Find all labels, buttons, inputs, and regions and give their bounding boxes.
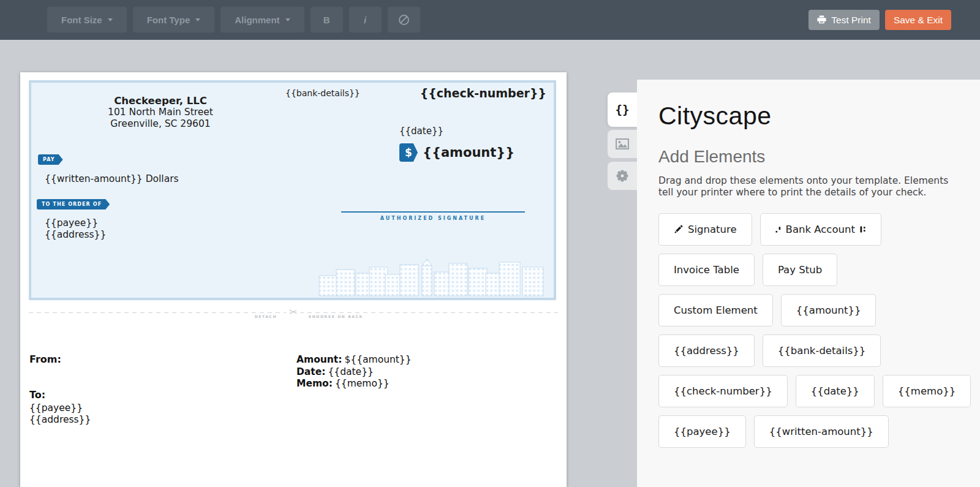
template-title: Cityscape: [658, 102, 980, 130]
element-address[interactable]: {{address}}: [658, 334, 755, 367]
element-label: Signature: [688, 224, 737, 235]
element-invoice-table[interactable]: Invoice Table: [658, 254, 755, 286]
element-label: {{address}}: [674, 345, 739, 357]
format-controls: Font Size Font Type Alignment B i: [47, 7, 420, 32]
written-amount-placeholder[interactable]: {{written-amount}} Dollars: [45, 173, 179, 184]
elements-row: {{address}} {{bank-details}}: [658, 334, 980, 367]
toolbar: Font Size Font Type Alignment B i: [0, 0, 980, 40]
font-size-dropdown[interactable]: Font Size: [47, 7, 127, 32]
printer-icon: [817, 15, 826, 25]
stub-to-label[interactable]: To:: [29, 389, 45, 401]
element-label: {{date}}: [811, 385, 859, 397]
tab-images[interactable]: [608, 130, 637, 158]
bank-details-placeholder[interactable]: {{bank-details}}: [285, 88, 360, 98]
font-size-label: Font Size: [61, 15, 102, 25]
company-name: Checkeeper, LLC: [78, 95, 243, 107]
elements-grid: Signature Bank Account: [658, 213, 980, 448]
element-bank-account[interactable]: Bank Account: [760, 213, 881, 246]
address-placeholder[interactable]: {{address}}: [45, 229, 106, 240]
toolbar-actions: Test Print Save & Exit: [809, 10, 951, 30]
endorse-label: ENDORSE ON BACK: [309, 314, 363, 319]
chevron-down-icon: [285, 18, 290, 21]
element-written-amount[interactable]: {{written-amount}}: [754, 415, 889, 448]
stub-payee-placeholder[interactable]: {{payee}}: [29, 402, 83, 413]
element-label: Bank Account: [786, 224, 855, 235]
italic-icon: i: [364, 15, 366, 25]
braces-icon: {}: [616, 103, 630, 116]
element-bank-details[interactable]: {{bank-details}}: [763, 334, 881, 367]
element-pay-stub[interactable]: Pay Stub: [763, 254, 837, 286]
micr-transit-icon: [775, 225, 781, 233]
element-label: {{memo}}: [898, 385, 956, 397]
check-template: {{bank-details}} {{check-number}} Checke…: [29, 80, 556, 300]
element-label: {{payee}}: [674, 426, 731, 437]
save-exit-label: Save & Exit: [894, 15, 943, 26]
scissors-icon: ✂: [286, 306, 300, 318]
micr-onus-icon: [860, 225, 866, 233]
tab-elements[interactable]: {}: [608, 92, 637, 127]
element-label: {{amount}}: [796, 304, 861, 316]
stub-date-line: Date:{{date}}: [296, 366, 412, 379]
editor-canvas: {{bank-details}} {{check-number}} Checke…: [0, 40, 980, 487]
save-exit-button[interactable]: Save & Exit: [885, 10, 951, 30]
company-city: Greenville, SC 29601: [78, 118, 243, 130]
font-type-dropdown[interactable]: Font Type: [133, 7, 215, 32]
stub-amount-label: Amount:: [296, 354, 342, 365]
check-number-placeholder[interactable]: {{check-number}}: [420, 86, 546, 100]
test-print-button[interactable]: Test Print: [809, 10, 880, 30]
element-label: {{bank-details}}: [778, 345, 866, 357]
element-check-number[interactable]: {{check-number}}: [658, 375, 788, 407]
element-memo[interactable]: {{memo}}: [883, 375, 971, 407]
panel-description: Drag and drop these elements onto your t…: [658, 175, 949, 198]
tab-settings[interactable]: [608, 162, 637, 190]
italic-button[interactable]: i: [349, 7, 382, 32]
elements-row: {{check-number}} {{date}} {{memo}}: [658, 375, 980, 407]
stub-details-block[interactable]: Amount:${{amount}} Date:{{date}} Memo:{{…: [296, 354, 412, 390]
elements-row: Invoice Table Pay Stub: [658, 254, 980, 286]
stub-address-placeholder[interactable]: {{address}}: [29, 414, 91, 425]
test-print-label: Test Print: [831, 15, 871, 26]
element-custom[interactable]: Custom Element: [658, 294, 773, 327]
amount-row[interactable]: $ {{amount}}: [399, 143, 514, 162]
stub-amount-value: ${{amount}}: [344, 354, 411, 365]
bold-icon: B: [323, 15, 330, 25]
signature-line: [341, 211, 525, 213]
ban-icon: [399, 15, 409, 25]
order-of-badge: TO THE ORDER OF: [37, 199, 110, 210]
elements-row: Custom Element {{amount}}: [658, 294, 980, 327]
element-label: {{written-amount}}: [769, 426, 873, 437]
add-elements-panel: Cityscape Add Elements Drag and drop the…: [637, 80, 980, 487]
font-type-label: Font Type: [147, 15, 190, 25]
cityscape-graphic: [318, 259, 548, 296]
elements-row: {{payee}} {{written-amount}}: [658, 415, 980, 448]
payee-placeholder[interactable]: {{payee}}: [45, 217, 98, 228]
alignment-dropdown[interactable]: Alignment: [221, 7, 304, 32]
bold-button[interactable]: B: [311, 7, 343, 32]
company-street: 101 North Main Street: [78, 107, 243, 118]
authorized-signature-label: AUTHORIZED SIGNATURE: [341, 216, 525, 221]
element-amount[interactable]: {{amount}}: [781, 294, 876, 327]
stub-memo-label: Memo:: [296, 378, 333, 389]
stub-memo-line: Memo:{{memo}}: [296, 378, 412, 390]
element-label: {{check-number}}: [674, 385, 772, 397]
stub-date-value: {{date}}: [328, 366, 373, 377]
chevron-down-icon: [108, 18, 113, 21]
template-editor: Font Size Font Type Alignment B i: [0, 0, 980, 487]
element-signature[interactable]: Signature: [658, 213, 752, 246]
element-payee[interactable]: {{payee}}: [658, 415, 746, 448]
dollar-badge: $: [399, 143, 418, 162]
company-address-block[interactable]: Checkeeper, LLC 101 North Main Street Gr…: [78, 95, 243, 130]
panel-subtitle: Add Elements: [658, 147, 980, 167]
stub-date-label: Date:: [296, 366, 325, 377]
stub-from-label[interactable]: From:: [29, 353, 61, 365]
date-placeholder[interactable]: {{date}}: [399, 126, 443, 137]
element-label: Pay Stub: [778, 264, 822, 276]
gear-icon: [616, 170, 628, 182]
clear-formatting-button[interactable]: [388, 7, 420, 32]
detach-strip: DETACH ✂ ENDORSE ON BACK: [29, 308, 558, 322]
elements-row: Signature Bank Account: [658, 213, 980, 246]
stub-amount-line: Amount:${{amount}}: [296, 354, 412, 366]
element-date[interactable]: {{date}}: [796, 375, 875, 407]
check-paper: {{bank-details}} {{check-number}} Checke…: [20, 72, 567, 487]
alignment-label: Alignment: [235, 15, 279, 25]
